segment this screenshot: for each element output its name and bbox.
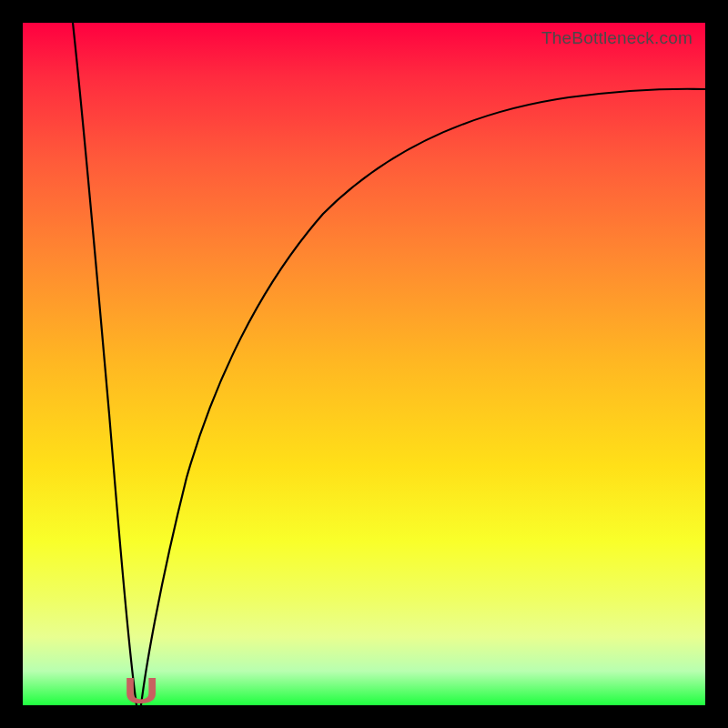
- curve-right-branch: [141, 89, 705, 705]
- chart-curve: [23, 23, 705, 705]
- curve-left-branch: [73, 23, 136, 705]
- chart-plot-area: TheBottleneck.com U: [23, 23, 705, 705]
- chart-frame: TheBottleneck.com U: [0, 0, 728, 728]
